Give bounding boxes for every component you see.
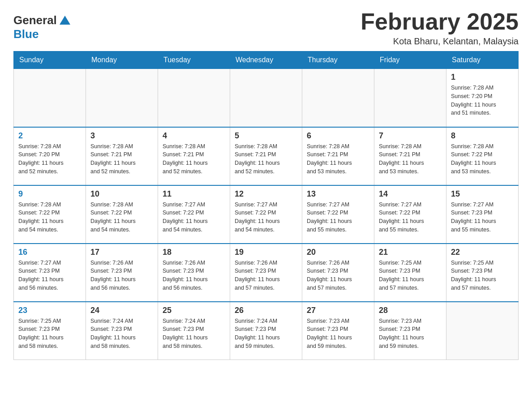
- weekday-header-monday: Monday: [86, 51, 158, 69]
- day-info: Sunrise: 7:23 AM Sunset: 7:23 PM Dayligh…: [307, 317, 369, 351]
- day-info: Sunrise: 7:27 AM Sunset: 7:22 PM Dayligh…: [379, 201, 442, 234]
- day-number: 27: [307, 306, 369, 315]
- calendar-week-row: 9Sunrise: 7:28 AM Sunset: 7:22 PM Daylig…: [14, 185, 519, 244]
- location: Kota Bharu, Kelantan, Malaysia: [360, 36, 519, 47]
- calendar-cell: 17Sunrise: 7:26 AM Sunset: 7:23 PM Dayli…: [86, 244, 158, 302]
- day-info: Sunrise: 7:26 AM Sunset: 7:23 PM Dayligh…: [235, 259, 297, 292]
- calendar-cell: 6Sunrise: 7:28 AM Sunset: 7:21 PM Daylig…: [302, 127, 374, 185]
- logo-general-text: General: [13, 13, 57, 27]
- day-info: Sunrise: 7:28 AM Sunset: 7:21 PM Dayligh…: [379, 142, 442, 176]
- day-info: Sunrise: 7:27 AM Sunset: 7:22 PM Dayligh…: [235, 201, 297, 234]
- calendar-cell: [230, 69, 302, 127]
- weekday-header-wednesday: Wednesday: [230, 51, 302, 69]
- calendar-cell: 25Sunrise: 7:24 AM Sunset: 7:23 PM Dayli…: [158, 302, 230, 360]
- calendar-cell: 12Sunrise: 7:27 AM Sunset: 7:22 PM Dayli…: [230, 185, 302, 244]
- day-number: 7: [379, 131, 442, 141]
- calendar-week-row: 16Sunrise: 7:27 AM Sunset: 7:23 PM Dayli…: [14, 244, 519, 302]
- weekday-header-saturday: Saturday: [446, 51, 519, 69]
- day-info: Sunrise: 7:25 AM Sunset: 7:23 PM Dayligh…: [18, 317, 81, 351]
- day-number: 24: [90, 306, 153, 315]
- day-info: Sunrise: 7:28 AM Sunset: 7:21 PM Dayligh…: [163, 142, 225, 176]
- weekday-header-tuesday: Tuesday: [158, 51, 230, 69]
- day-number: 19: [235, 248, 297, 257]
- logo-general: General: [13, 13, 70, 27]
- calendar-cell: 27Sunrise: 7:23 AM Sunset: 7:23 PM Dayli…: [302, 302, 374, 360]
- logo: General Blue: [13, 13, 70, 41]
- day-info: Sunrise: 7:27 AM Sunset: 7:23 PM Dayligh…: [18, 259, 81, 292]
- day-info: Sunrise: 7:24 AM Sunset: 7:23 PM Dayligh…: [235, 317, 297, 351]
- day-number: 15: [451, 189, 514, 199]
- calendar-cell: 5Sunrise: 7:28 AM Sunset: 7:21 PM Daylig…: [230, 127, 302, 185]
- day-number: 16: [18, 248, 81, 257]
- calendar-cell: 4Sunrise: 7:28 AM Sunset: 7:21 PM Daylig…: [158, 127, 230, 185]
- calendar-cell: 9Sunrise: 7:28 AM Sunset: 7:22 PM Daylig…: [14, 185, 86, 244]
- day-info: Sunrise: 7:26 AM Sunset: 7:23 PM Dayligh…: [163, 259, 225, 292]
- calendar-cell: 20Sunrise: 7:26 AM Sunset: 7:23 PM Dayli…: [302, 244, 374, 302]
- day-info: Sunrise: 7:28 AM Sunset: 7:22 PM Dayligh…: [18, 201, 81, 234]
- calendar-cell: 2Sunrise: 7:28 AM Sunset: 7:20 PM Daylig…: [14, 127, 86, 185]
- calendar-table: SundayMondayTuesdayWednesdayThursdayFrid…: [13, 51, 519, 360]
- calendar-cell: 16Sunrise: 7:27 AM Sunset: 7:23 PM Dayli…: [14, 244, 86, 302]
- day-info: Sunrise: 7:26 AM Sunset: 7:23 PM Dayligh…: [90, 259, 153, 292]
- calendar-cell: 11Sunrise: 7:27 AM Sunset: 7:22 PM Dayli…: [158, 185, 230, 244]
- day-number: 3: [90, 131, 153, 141]
- day-info: Sunrise: 7:24 AM Sunset: 7:23 PM Dayligh…: [90, 317, 153, 351]
- calendar-cell: [14, 69, 86, 127]
- day-number: 26: [235, 306, 297, 315]
- day-info: Sunrise: 7:28 AM Sunset: 7:21 PM Dayligh…: [90, 142, 153, 176]
- day-number: 14: [379, 189, 442, 199]
- day-info: Sunrise: 7:26 AM Sunset: 7:23 PM Dayligh…: [307, 259, 369, 292]
- day-number: 13: [307, 189, 369, 199]
- calendar-week-row: 23Sunrise: 7:25 AM Sunset: 7:23 PM Dayli…: [14, 302, 519, 360]
- page-header: General Blue February 2025 Kota Bharu, K…: [13, 9, 519, 47]
- calendar-cell: 7Sunrise: 7:28 AM Sunset: 7:21 PM Daylig…: [374, 127, 446, 185]
- calendar-cell: [86, 69, 158, 127]
- calendar-cell: 19Sunrise: 7:26 AM Sunset: 7:23 PM Dayli…: [230, 244, 302, 302]
- day-number: 25: [163, 306, 225, 315]
- day-info: Sunrise: 7:28 AM Sunset: 7:22 PM Dayligh…: [90, 201, 153, 234]
- calendar-cell: [374, 69, 446, 127]
- logo-triangle-icon: [60, 16, 70, 25]
- day-info: Sunrise: 7:25 AM Sunset: 7:23 PM Dayligh…: [451, 259, 514, 292]
- day-info: Sunrise: 7:27 AM Sunset: 7:22 PM Dayligh…: [163, 201, 225, 234]
- calendar-cell: 1Sunrise: 7:28 AM Sunset: 7:20 PM Daylig…: [446, 69, 519, 127]
- calendar-cell: 23Sunrise: 7:25 AM Sunset: 7:23 PM Dayli…: [14, 302, 86, 360]
- day-number: 5: [235, 131, 297, 141]
- day-number: 9: [18, 189, 81, 199]
- day-info: Sunrise: 7:27 AM Sunset: 7:23 PM Dayligh…: [451, 201, 514, 234]
- calendar-cell: 10Sunrise: 7:28 AM Sunset: 7:22 PM Dayli…: [86, 185, 158, 244]
- calendar-cell: [446, 302, 519, 360]
- calendar-cell: [158, 69, 230, 127]
- day-info: Sunrise: 7:28 AM Sunset: 7:21 PM Dayligh…: [235, 142, 297, 176]
- day-number: 11: [163, 189, 225, 199]
- day-number: 28: [379, 306, 442, 315]
- day-number: 10: [90, 189, 153, 199]
- day-info: Sunrise: 7:28 AM Sunset: 7:20 PM Dayligh…: [451, 84, 514, 117]
- day-number: 18: [163, 248, 225, 257]
- day-number: 1: [451, 73, 514, 82]
- logo-blue-text: Blue: [13, 27, 39, 41]
- day-number: 21: [379, 248, 442, 257]
- calendar-cell: 21Sunrise: 7:25 AM Sunset: 7:23 PM Dayli…: [374, 244, 446, 302]
- day-info: Sunrise: 7:27 AM Sunset: 7:22 PM Dayligh…: [307, 201, 369, 234]
- calendar-week-row: 2Sunrise: 7:28 AM Sunset: 7:20 PM Daylig…: [14, 127, 519, 185]
- day-info: Sunrise: 7:24 AM Sunset: 7:23 PM Dayligh…: [163, 317, 225, 351]
- calendar-cell: 18Sunrise: 7:26 AM Sunset: 7:23 PM Dayli…: [158, 244, 230, 302]
- calendar-cell: 26Sunrise: 7:24 AM Sunset: 7:23 PM Dayli…: [230, 302, 302, 360]
- day-number: 22: [451, 248, 514, 257]
- day-number: 8: [451, 131, 514, 141]
- day-number: 17: [90, 248, 153, 257]
- weekday-header-friday: Friday: [374, 51, 446, 69]
- day-info: Sunrise: 7:28 AM Sunset: 7:20 PM Dayligh…: [18, 142, 81, 176]
- calendar-cell: 22Sunrise: 7:25 AM Sunset: 7:23 PM Dayli…: [446, 244, 519, 302]
- day-info: Sunrise: 7:23 AM Sunset: 7:23 PM Dayligh…: [379, 317, 442, 351]
- day-info: Sunrise: 7:28 AM Sunset: 7:22 PM Dayligh…: [451, 142, 514, 176]
- calendar-cell: 28Sunrise: 7:23 AM Sunset: 7:23 PM Dayli…: [374, 302, 446, 360]
- title-section: February 2025 Kota Bharu, Kelantan, Mala…: [360, 9, 519, 47]
- month-title: February 2025: [360, 9, 519, 34]
- calendar-cell: [302, 69, 374, 127]
- weekday-header-sunday: Sunday: [14, 51, 86, 69]
- calendar-cell: 13Sunrise: 7:27 AM Sunset: 7:22 PM Dayli…: [302, 185, 374, 244]
- calendar-cell: 8Sunrise: 7:28 AM Sunset: 7:22 PM Daylig…: [446, 127, 519, 185]
- weekday-header-thursday: Thursday: [302, 51, 374, 69]
